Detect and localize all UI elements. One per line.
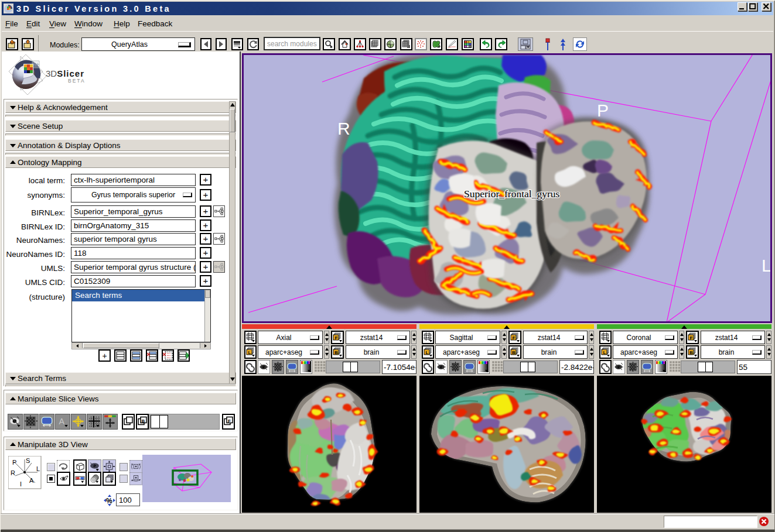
svg-text:F: F: [335, 335, 338, 341]
svg-text:B: B: [142, 418, 145, 424]
svg-text:R: R: [337, 119, 350, 138]
svg-text:%: %: [106, 497, 112, 505]
svg-text:L: L: [36, 465, 40, 472]
svg-text:L: L: [426, 350, 429, 355]
svg-text:S: S: [26, 457, 30, 464]
svg-text:A: A: [29, 477, 34, 484]
svg-text:B: B: [512, 350, 515, 355]
svg-text:F: F: [228, 418, 231, 424]
svg-text:B: B: [689, 350, 693, 355]
svg-text:L: L: [762, 256, 770, 275]
svg-text:P: P: [12, 459, 16, 466]
svg-text:I: I: [20, 480, 22, 488]
svg-text:A: A: [59, 417, 64, 426]
svg-text:L: L: [603, 350, 606, 355]
svg-text:R: R: [11, 469, 15, 476]
svg-text:F: F: [690, 335, 693, 341]
svg-text:F: F: [513, 335, 515, 341]
svg-text:Superior_frontal_gyrus: Superior_frontal_gyrus: [464, 188, 559, 200]
svg-text:L: L: [248, 350, 251, 355]
svg-text:P: P: [597, 101, 609, 120]
svg-text:B: B: [334, 350, 338, 355]
